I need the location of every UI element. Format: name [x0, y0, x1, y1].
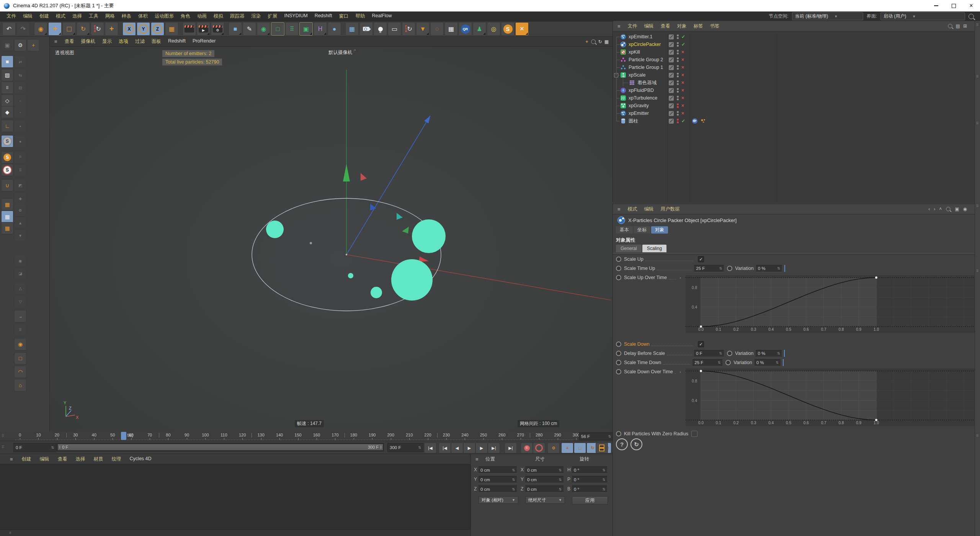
value-field[interactable]: 0 %⇅ — [755, 359, 781, 366]
layer-toggle-icon[interactable] — [669, 88, 674, 93]
object-row-xpTurbulence[interactable]: xpTurbulence× — [613, 94, 975, 102]
size-y-field[interactable]: 0 cm⇅ — [525, 476, 564, 483]
maximize-button[interactable] — [945, 0, 962, 11]
left-tool-swap-arrows-icon[interactable]: ⇆ — [14, 69, 26, 81]
toolbar-psr-camera-icon[interactable]: PSR↻ — [402, 22, 415, 36]
visibility-dots-icon[interactable] — [677, 65, 679, 70]
object-manager-menu-icon[interactable]: ≡ — [617, 23, 621, 29]
disabled-cross-icon[interactable]: × — [681, 95, 684, 101]
object-menu-item-书签[interactable]: 书签 — [707, 23, 723, 29]
material-menu-item-创建[interactable]: 创建 — [18, 456, 36, 462]
disabled-cross-icon[interactable]: × — [681, 72, 684, 78]
om-path-icon[interactable]: ⊞ — [963, 23, 967, 29]
grip-icon[interactable]: ⠿ — [976, 121, 979, 125]
value-field[interactable]: 25 F⇅ — [694, 265, 724, 272]
tab-基本[interactable]: 基本 — [616, 226, 633, 234]
left-tool-move-tool-icon[interactable]: + — [27, 39, 39, 51]
layer-toggle-icon[interactable] — [669, 57, 674, 62]
close-button[interactable]: × — [962, 0, 980, 11]
material-menu-item-cycles-4d[interactable]: Cycles 4D — [126, 456, 156, 462]
layer-toggle-icon[interactable] — [669, 65, 674, 70]
toolbar-lock-y-icon[interactable]: Y — [137, 22, 150, 36]
material-menu-item-材质[interactable]: 材质 — [90, 456, 108, 462]
layer-toggle-icon[interactable] — [669, 111, 674, 116]
toolbar-light-icon[interactable] — [374, 22, 387, 36]
enabled-check-icon[interactable]: ✓ — [681, 118, 685, 124]
grip-icon[interactable]: ⠿ — [976, 269, 979, 273]
node-space-select[interactable]: 当前 (标准/物理)▼ — [792, 12, 863, 20]
left-tool-points-mode-icon[interactable]: ⠿ — [1, 82, 13, 94]
disabled-cross-icon[interactable]: × — [681, 103, 684, 108]
layer-toggle-icon[interactable] — [669, 34, 674, 39]
left-tool-rectangle-select-icon[interactable]: □ — [14, 352, 26, 364]
play-forward-button[interactable]: ▶ — [463, 443, 475, 453]
left-tool-polygons-mode-icon[interactable]: ◆ — [1, 106, 13, 118]
value-field[interactable]: 0 %⇅ — [756, 350, 782, 357]
tab-坐标[interactable]: 坐标 — [634, 226, 650, 234]
disabled-cross-icon[interactable]: × — [681, 111, 684, 116]
current-frame-field[interactable]: 0 F⇅ — [13, 443, 56, 452]
ruler-frame-field[interactable]: 56 F⇅ — [579, 432, 613, 440]
disabled-cross-icon[interactable]: × — [681, 65, 684, 70]
left-tool-texture-eye-icon[interactable]: ◪ — [14, 267, 26, 279]
left-tool-tri-down-icon[interactable]: ▽ — [14, 296, 26, 308]
enabled-check-icon[interactable]: ✓ — [681, 42, 685, 47]
go-to-end-button[interactable]: ▶| — [505, 443, 517, 453]
visibility-dots-icon[interactable] — [677, 42, 679, 47]
toolbar-redo-icon[interactable]: ↷ — [16, 22, 30, 36]
pan-view-icon[interactable]: + — [586, 39, 588, 44]
grip-icon[interactable]: ⠿ — [976, 23, 979, 27]
grip-icon[interactable]: ⠿ — [976, 434, 979, 438]
disabled-cross-icon[interactable]: × — [681, 57, 684, 62]
viewport-menu-item-prorender[interactable]: ProRender — [189, 38, 219, 45]
layer-toggle-icon[interactable] — [669, 119, 674, 124]
timeline-ruler[interactable]: ⠿010203040506070809010011012013014015016… — [0, 431, 612, 441]
record-active-objects-button[interactable]: ⚿ — [521, 443, 533, 453]
visibility-dots-icon[interactable] — [677, 34, 679, 39]
toolbar-array-generator-icon[interactable]: ▣ — [299, 22, 313, 36]
history-back-icon[interactable]: ‹ — [928, 206, 930, 212]
curve-expand-icon[interactable]: › — [679, 275, 681, 280]
visibility-dots-icon[interactable] — [677, 80, 679, 85]
viewport-menu-item-过滤[interactable]: 过滤 — [132, 38, 148, 45]
menu-item-网格[interactable]: 网格 — [102, 13, 118, 20]
menu-item-渲染[interactable]: 渲染 — [248, 13, 265, 20]
object-menu-item-查看[interactable]: 查看 — [657, 23, 674, 29]
tab-对象[interactable]: 对象 — [651, 226, 668, 234]
left-tool-dots-gear-icon[interactable]: ⚙ — [14, 204, 26, 216]
menu-item-帮助[interactable]: 帮助 — [352, 13, 368, 20]
toolbar-qr-code-icon[interactable]: QR — [459, 22, 472, 36]
left-tool-lock-workplane-icon[interactable]: ▦ — [1, 211, 13, 223]
left-tool-dots-down-icon[interactable]: ▼ — [14, 229, 26, 242]
size-x-field[interactable]: 0 cm⇅ — [525, 466, 564, 474]
coordinates-menu-icon[interactable]: ≡ — [475, 456, 479, 462]
disabled-cross-icon[interactable]: × — [681, 88, 684, 93]
go-to-next-frame-button[interactable]: ▶ — [475, 443, 488, 453]
position-z-field[interactable]: 0 cm⇅ — [479, 485, 517, 493]
left-tool-dots-a-icon[interactable]: ⠛ — [14, 151, 26, 163]
toolbar-move-icon[interactable]: + — [48, 22, 62, 36]
toolbar-axis-move-icon[interactable]: + — [105, 22, 118, 36]
subtab-scaling[interactable]: Scaling — [642, 245, 666, 252]
menu-item-工具[interactable]: 工具 — [85, 13, 102, 20]
left-tool-edges-mode-icon[interactable]: ◇ — [1, 95, 13, 107]
layer-toggle-icon[interactable] — [669, 42, 674, 47]
menu-item-运动图形[interactable]: 运动图形 — [151, 13, 177, 20]
toolbar-bevel-generator-icon[interactable]: □ — [271, 22, 284, 36]
menu-item-动画[interactable]: 动画 — [194, 13, 210, 20]
value-field[interactable]: 0 F⇅ — [694, 350, 724, 357]
left-tool-lasso-select-icon[interactable]: ◠ — [14, 366, 26, 378]
zoom-view-icon[interactable] — [591, 39, 596, 44]
menu-item-角色[interactable]: 角色 — [177, 13, 194, 20]
left-tool-quantize-icon[interactable]: ∪ — [1, 179, 13, 191]
left-tool-sphere-gray-icon[interactable]: ● — [14, 135, 26, 147]
left-tool-polygon-select-icon[interactable]: ⌂ — [14, 379, 26, 391]
toolbar-camera-icon[interactable] — [359, 22, 373, 36]
layer-toggle-icon[interactable] — [669, 73, 674, 78]
rotation-p-field[interactable]: 0 °⇅ — [572, 476, 607, 483]
go-to-start-button[interactable]: |◀ — [424, 443, 436, 453]
menu-item-模拟[interactable]: 模拟 — [210, 13, 227, 20]
viewport-menu-item-查看[interactable]: 查看 — [61, 38, 78, 45]
toolbar-sketch-icon[interactable]: S — [501, 22, 514, 36]
object-menu-item-文件[interactable]: 文件 — [624, 23, 641, 29]
